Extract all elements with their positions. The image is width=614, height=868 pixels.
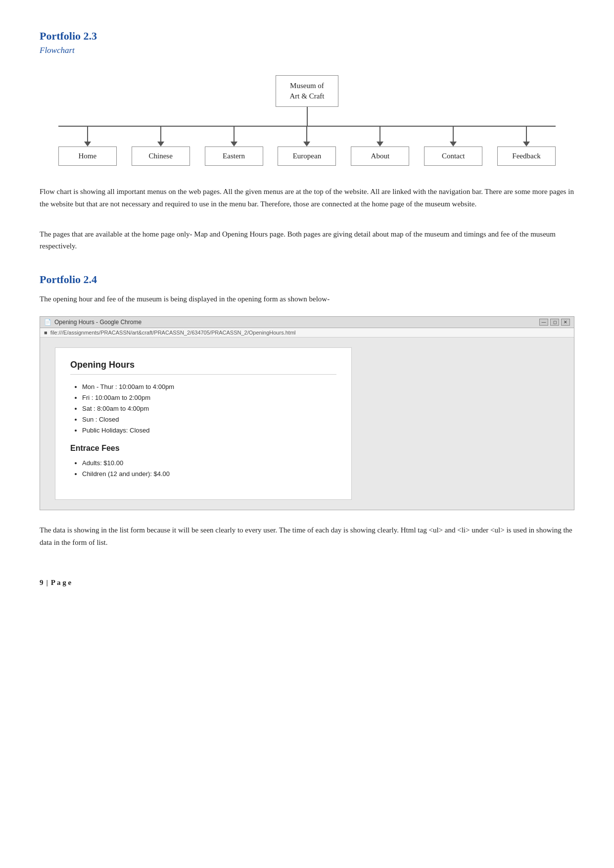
entrace-fees-list: Adults: $10.00 Children (12 and under): … <box>82 458 336 480</box>
paragraph-4: The data is showing in the list form bec… <box>40 524 574 549</box>
nav-box-european: European <box>278 146 336 166</box>
entrace-fees-item-1: Adults: $10.00 <box>82 458 336 469</box>
nav-box-about: About <box>351 146 409 166</box>
opening-hours-item-4: Sun : Closed <box>82 414 336 425</box>
arrow-contact <box>450 142 457 146</box>
browser-titlebar: 📄 Opening Hours - Google Chrome — ◻ ✕ <box>40 317 574 328</box>
browser-inner-content: Opening Hours Mon - Thur : 10:00am to 4:… <box>55 347 352 500</box>
node-col-feedback: Feedback <box>497 127 556 166</box>
portfolio-23-section: Portfolio 2.3 Flowchart <box>40 30 574 55</box>
flowchart-nodes: Home Chinese Eastern European About <box>58 127 556 166</box>
entrace-fees-title: Entrace Fees <box>70 444 336 453</box>
flowchart-label: Flowchart <box>40 46 574 55</box>
drop-line-european <box>306 127 307 142</box>
flowchart-root-node: Museum ofArt & Craft <box>276 75 339 107</box>
nav-box-home: Home <box>58 146 117 166</box>
opening-hours-item-3: Sat : 8:00am to 4:00pm <box>82 403 336 414</box>
browser-title-left: 📄 Opening Hours - Google Chrome <box>44 319 142 326</box>
node-col-chinese: Chinese <box>132 127 190 166</box>
drop-line-about <box>379 127 380 142</box>
paragraph-2: The pages that are available at the home… <box>40 228 574 253</box>
restore-button[interactable]: ◻ <box>550 319 559 326</box>
page-separator: | <box>47 579 48 587</box>
node-col-contact: Contact <box>424 127 482 166</box>
page-label: P a g e <box>51 579 71 587</box>
opening-hours-item-2: Fri : 10:00am to 2:00pm <box>82 392 336 403</box>
flowchart-hline <box>58 126 556 127</box>
nav-box-feedback: Feedback <box>497 146 556 166</box>
portfolio-24-section: Portfolio 2.4 <box>40 273 574 286</box>
page-number: 9 <box>40 579 44 587</box>
drop-line-eastern <box>234 127 235 142</box>
flowchart-branch: Home Chinese Eastern European About <box>40 126 574 166</box>
nav-box-contact: Contact <box>424 146 482 166</box>
node-col-eastern: Eastern <box>205 127 263 166</box>
arrow-feedback <box>523 142 530 146</box>
drop-line-home <box>87 127 88 142</box>
paragraph-3: The opening hour and fee of the museum i… <box>40 293 574 305</box>
browser-addressbar: ■ file:///E/assignments/PRACASSN/art&cra… <box>40 328 574 338</box>
node-col-home: Home <box>58 127 117 166</box>
drop-line-feedback <box>526 127 527 142</box>
browser-content: Opening Hours Mon - Thur : 10:00am to 4:… <box>40 338 574 510</box>
flowchart-root-vline <box>307 107 308 126</box>
entrace-fees-item-2: Children (12 and under): $4.00 <box>82 469 336 480</box>
browser-titlebar-controls[interactable]: — ◻ ✕ <box>539 319 570 326</box>
close-button[interactable]: ✕ <box>561 319 570 326</box>
node-col-european: European <box>278 127 336 166</box>
node-col-about: About <box>351 127 409 166</box>
browser-url: file:///E/assignments/PRACASSN/art&craft… <box>50 330 296 336</box>
nav-box-chinese: Chinese <box>132 146 190 166</box>
browser-window: 📄 Opening Hours - Google Chrome — ◻ ✕ ■ … <box>40 316 574 511</box>
opening-hours-title: Opening Hours <box>70 360 336 375</box>
globe-icon: ■ <box>44 330 47 336</box>
opening-hours-item-5: Public Holidays: Closed <box>82 425 336 436</box>
opening-hours-item-1: Mon - Thur : 10:00am to 4:00pm <box>82 382 336 392</box>
page-number-section: 9 | P a g e <box>40 579 574 587</box>
portfolio-23-heading: Portfolio 2.3 <box>40 30 574 43</box>
arrow-european <box>303 142 310 146</box>
drop-line-chinese <box>160 127 161 142</box>
arrow-chinese <box>157 142 164 146</box>
nav-box-eastern: Eastern <box>205 146 263 166</box>
minimize-button[interactable]: — <box>539 319 548 326</box>
flowchart: Museum ofArt & Craft Home Chinese Easter… <box>40 75 574 166</box>
paragraph-1: Flow chart is showing all important menu… <box>40 186 574 210</box>
arrow-about <box>377 142 383 146</box>
drop-line-contact <box>453 127 454 142</box>
arrow-home <box>84 142 91 146</box>
arrow-eastern <box>231 142 237 146</box>
portfolio-24-heading: Portfolio 2.4 <box>40 273 574 286</box>
doc-icon: 📄 <box>44 319 51 326</box>
opening-hours-list: Mon - Thur : 10:00am to 4:00pm Fri : 10:… <box>82 382 336 436</box>
browser-title-text: Opening Hours - Google Chrome <box>54 319 142 326</box>
